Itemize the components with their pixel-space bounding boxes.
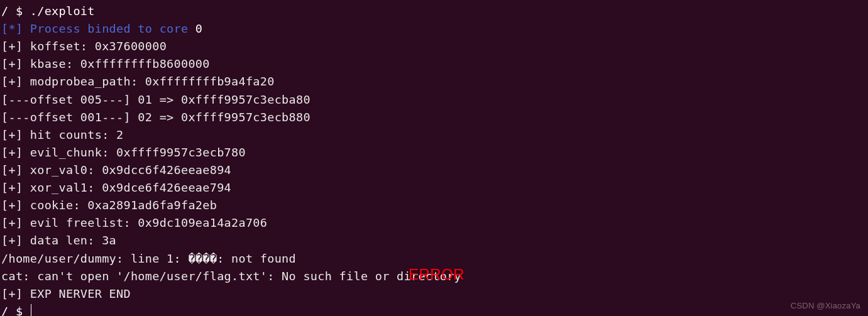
output-line: [+] hit counts: 2 xyxy=(1,126,867,144)
output-line: [---offset 001---] 02 => 0xffff9957c3ecb… xyxy=(1,109,867,126)
cursor-icon xyxy=(31,304,32,316)
watermark-text: CSDN @XiaozaYa xyxy=(791,300,860,312)
output-line: [+] kbase: 0xffffffffb8600000 xyxy=(1,55,867,73)
output-line: [+] cookie: 0xa2891ad6fa9fa2eb xyxy=(1,197,867,214)
shell-prompt: / $ xyxy=(1,4,30,18)
output-line: [+] evil_chunk: 0xffff9957c3ecb780 xyxy=(1,144,867,161)
output-line: [---offset 005---] 01 => 0xffff9957c3ecb… xyxy=(1,91,867,109)
prompt-line-idle: / $ xyxy=(1,303,867,316)
info-value: 0 xyxy=(188,22,202,35)
output-line: [+] xor_val0: 0x9dcc6f426eeae894 xyxy=(1,161,867,179)
output-line: [+] EXP NERVER END xyxy=(1,285,867,303)
info-prefix: [*] Process binded to core xyxy=(1,22,188,35)
output-line: [+] modprobea_path: 0xffffffffb9a4fa20 xyxy=(1,73,867,90)
error-overlay-text: ERROR xyxy=(409,263,464,286)
prompt-line: / $ ./exploit xyxy=(1,3,867,20)
command-text: ./exploit xyxy=(30,4,95,18)
output-line: [+] xor_val1: 0x9dce6f426eeae794 xyxy=(1,179,867,197)
shell-prompt: / $ xyxy=(1,305,30,316)
output-line: [+] koffset: 0x37600000 xyxy=(1,38,867,55)
output-line-blue: [*] Process binded to core 0 xyxy=(1,20,867,38)
output-line: [+] evil freelist: 0x9dc109ea14a2a706 xyxy=(1,214,867,232)
output-line: [+] data len: 3a xyxy=(1,232,867,249)
